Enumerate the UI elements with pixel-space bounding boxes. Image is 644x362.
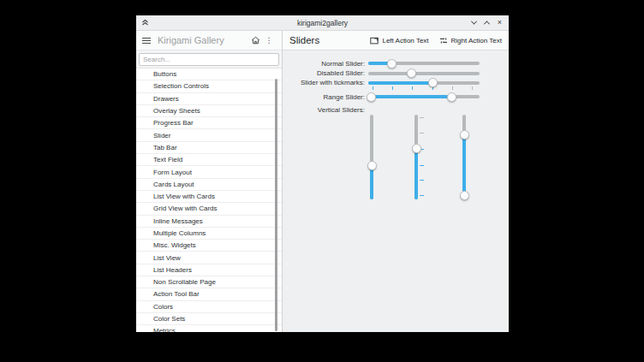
sidebar: Kirigami Gallery ⋮ ButtonsSelection Cont… bbox=[136, 31, 283, 332]
sidebar-item[interactable]: Selection Controls bbox=[136, 80, 282, 92]
slider-label: Slider with tickmarks: bbox=[283, 79, 365, 86]
page-title: Sliders bbox=[289, 35, 319, 45]
slider-handle[interactable] bbox=[447, 92, 456, 102]
normal-slider[interactable] bbox=[368, 58, 480, 68]
slider-handle[interactable] bbox=[387, 59, 397, 68]
sidebar-toolbar: Kirigami Gallery ⋮ bbox=[136, 31, 282, 50]
sidebar-item[interactable]: Misc. Widgets bbox=[136, 240, 282, 252]
sidebar-item[interactable]: List View with Cards bbox=[136, 191, 282, 203]
window-title: kirigami2gallery bbox=[136, 19, 509, 27]
search-bar bbox=[136, 50, 282, 68]
sidebar-item[interactable]: Non Scrollable Page bbox=[136, 276, 282, 288]
slider-label: Vertical Sliders: bbox=[283, 106, 365, 114]
slider-fill bbox=[414, 149, 418, 199]
slider-label: Range Slider: bbox=[283, 93, 365, 101]
slider-label: Disabled Slider: bbox=[283, 69, 365, 77]
home-button[interactable] bbox=[248, 33, 262, 47]
sidebar-item[interactable]: Slider bbox=[136, 129, 282, 141]
sidebar-title: Kirigami Gallery bbox=[158, 35, 248, 45]
slider-handle[interactable] bbox=[428, 78, 438, 87]
slider-fill bbox=[372, 95, 452, 98]
slider-handle[interactable] bbox=[460, 130, 469, 139]
page-toolbar: Sliders Left Action Text bbox=[283, 31, 509, 50]
sidebar-item[interactable]: Progress Bar bbox=[136, 117, 282, 129]
sidebar-item[interactable]: Buttons bbox=[136, 68, 282, 80]
tickmarks-slider[interactable] bbox=[368, 78, 480, 88]
slider-handle[interactable] bbox=[367, 161, 377, 170]
slider-handle[interactable] bbox=[367, 92, 376, 102]
slider-handle[interactable] bbox=[460, 191, 469, 200]
slider-handle[interactable] bbox=[412, 144, 421, 153]
slider-tickmark bbox=[373, 86, 373, 90]
sidebar-item[interactable]: Form Layout bbox=[136, 166, 282, 178]
slider-fill bbox=[462, 135, 466, 195]
slider-tickmark bbox=[420, 180, 424, 181]
left-action-button[interactable]: Left Action Text bbox=[370, 37, 428, 45]
slider-label: Normal Slider: bbox=[283, 60, 365, 68]
slider-tickmark bbox=[452, 86, 453, 90]
slider-fill bbox=[370, 165, 373, 199]
titlebar[interactable]: kirigami2gallery × bbox=[136, 15, 509, 31]
sidebar-item[interactable]: Text Field bbox=[136, 154, 282, 166]
slider-fill bbox=[368, 81, 432, 85]
maximize-button[interactable] bbox=[484, 21, 490, 27]
align-lines-icon bbox=[439, 37, 448, 45]
hamburger-menu-icon[interactable] bbox=[142, 38, 151, 44]
slider-tickmark bbox=[420, 133, 424, 134]
slider-track bbox=[368, 72, 480, 75]
main-pane: Sliders Left Action Text bbox=[283, 31, 509, 332]
keep-above-icon[interactable] bbox=[141, 19, 149, 27]
slider-tickmark bbox=[412, 86, 413, 90]
sidebar-item[interactable]: List Headers bbox=[136, 264, 282, 276]
vertical-slider-2[interactable] bbox=[411, 115, 421, 199]
slider-handle bbox=[407, 68, 416, 78]
slider-tickmark bbox=[420, 165, 424, 166]
slider-tickmark bbox=[472, 86, 473, 90]
sidebar-list: ButtonsSelection ControlsDrawersOverlay … bbox=[136, 68, 282, 332]
sidebar-item[interactable]: Tab Bar bbox=[136, 142, 282, 154]
slider-tickmark bbox=[420, 117, 424, 118]
sidebar-item[interactable]: Metrics bbox=[136, 325, 282, 332]
minimize-button[interactable] bbox=[471, 19, 477, 25]
sidebar-item[interactable]: Drawers bbox=[136, 93, 282, 105]
window-outline-icon bbox=[370, 37, 379, 45]
vertical-sliders-group bbox=[368, 115, 480, 199]
right-action-button[interactable]: Right Action Text bbox=[439, 37, 502, 45]
sidebar-item[interactable]: Colors bbox=[136, 301, 282, 313]
sidebar-item[interactable]: Action Tool Bar bbox=[136, 288, 282, 300]
sidebar-item[interactable]: Cards Layout bbox=[136, 179, 282, 191]
scrollbar-thumb[interactable] bbox=[275, 79, 277, 331]
vertical-slider-1[interactable] bbox=[367, 115, 377, 199]
slider-tickmark bbox=[392, 86, 393, 90]
slider-tickmark bbox=[420, 195, 424, 196]
vertical-range-slider[interactable] bbox=[459, 115, 469, 199]
sliders-page: Normal Slider: Disabled Slider: Slider w… bbox=[283, 50, 509, 332]
sidebar-item[interactable]: Overlay Sheets bbox=[136, 105, 282, 117]
sidebar-item[interactable]: Color Sets bbox=[136, 313, 282, 325]
overflow-menu-button[interactable]: ⋮ bbox=[262, 33, 276, 47]
sidebar-item[interactable]: Inline Messages bbox=[136, 216, 282, 228]
close-button[interactable]: × bbox=[498, 19, 502, 27]
app-window: kirigami2gallery × Kirigami Gallery ⋮ bbox=[136, 15, 509, 332]
range-slider[interactable] bbox=[368, 92, 480, 102]
sidebar-item[interactable]: Multiple Columns bbox=[136, 228, 282, 240]
sidebar-item[interactable]: Grid View with Cards bbox=[136, 203, 282, 215]
search-input[interactable] bbox=[139, 53, 279, 66]
sidebar-item[interactable]: List View bbox=[136, 252, 282, 264]
